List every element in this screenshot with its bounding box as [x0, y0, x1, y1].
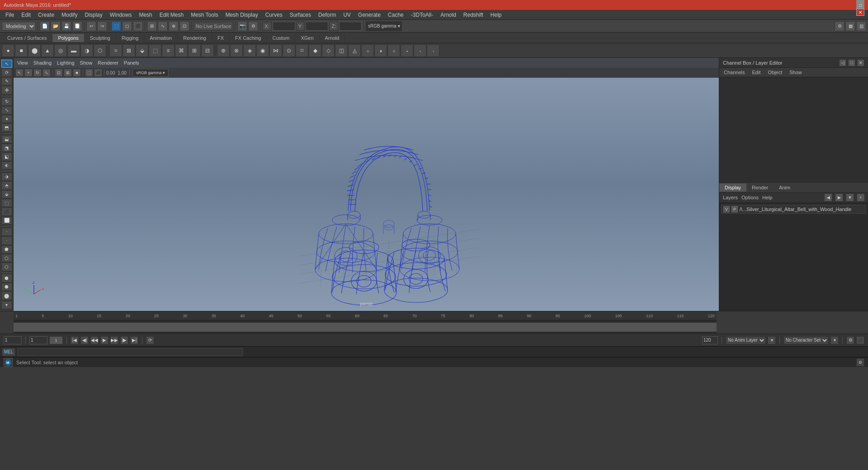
artisan-lt[interactable]: ⬕ [1, 152, 12, 160]
layer-arrow-right[interactable]: ▶ [835, 194, 843, 201]
mode-select[interactable]: Modeling [2, 22, 36, 31]
maximize-button[interactable]: □ [856, 1, 864, 9]
display-lt[interactable]: ⬞ [1, 236, 12, 244]
shelf-btn-21[interactable]: ⋈ [269, 44, 282, 57]
vp-wire-btn[interactable]: ⊞ [64, 69, 72, 77]
layer-visibility[interactable]: V [723, 206, 730, 212]
shelf-btn-22[interactable]: ⊙ [283, 44, 295, 57]
view-menu[interactable]: View [15, 60, 30, 66]
current-frame-input[interactable] [29, 336, 47, 344]
menu-cache[interactable]: Cache [384, 11, 407, 19]
vp-frame-all-btn[interactable]: ⬚ [85, 69, 93, 77]
scale-tool-lt[interactable]: ⤡ [1, 106, 12, 114]
shelf-btn-9[interactable]: ⌗ [109, 44, 122, 57]
paint-effects-lt[interactable]: ⬔ [1, 144, 12, 152]
shelf-btn-32[interactable]: ⬪ [414, 44, 426, 57]
misc3-lt[interactable]: ⬤ [1, 291, 12, 300]
layer-down[interactable]: ▼ [846, 194, 854, 201]
shelf-btn-3[interactable]: ⬤ [28, 44, 41, 57]
universal-manip-lt[interactable]: ✦ [1, 115, 12, 123]
bottom-lt[interactable]: ▾ [1, 301, 12, 309]
layer-add[interactable]: + [857, 194, 864, 201]
shelf-btn-5[interactable]: ◎ [54, 44, 67, 57]
tab-rigging[interactable]: Rigging [116, 34, 144, 42]
lasso-select-button[interactable]: ◻ [122, 21, 132, 31]
menu-uv[interactable]: UV [340, 11, 354, 19]
mel-button[interactable]: MEL [2, 348, 15, 356]
tab-curves-surfaces[interactable]: Curves / Surfaces [2, 34, 52, 42]
shelf-btn-2[interactable]: ■ [15, 44, 28, 57]
shelf-btn-30[interactable]: ⬨ [387, 44, 400, 57]
frame-sel-lt[interactable]: ⬜ [1, 216, 12, 225]
menu-arnold[interactable]: Arnold [437, 11, 460, 19]
snap-point-button[interactable]: ⊕ [169, 21, 179, 31]
timeline-bar[interactable] [14, 320, 717, 334]
go-end-btn[interactable]: ▶| [130, 336, 138, 344]
shelf-btn-18[interactable]: ⊗ [230, 44, 243, 57]
shelf-btn-27[interactable]: ◬ [348, 44, 361, 57]
shaded-lt[interactable]: ⬠ [1, 254, 12, 262]
options-subtab[interactable]: Options [741, 195, 759, 200]
tab-polygons[interactable]: Polygons [52, 34, 84, 42]
anim-layer-btn[interactable]: ▾ [768, 336, 776, 344]
menu-modify[interactable]: Modify [58, 11, 81, 19]
shelf-btn-17[interactable]: ⊕ [217, 44, 230, 57]
cb-close-btn[interactable]: ✕ [857, 59, 864, 66]
renderer-menu[interactable]: Renderer [96, 60, 120, 66]
menu-surfaces[interactable]: Surfaces [286, 11, 315, 19]
cb-float-btn[interactable]: □ [848, 59, 855, 66]
textured-lt[interactable]: ⬡ [1, 263, 12, 271]
snap-surface-button[interactable]: ⊡ [179, 21, 189, 31]
x-input[interactable] [273, 22, 295, 31]
tab-display[interactable]: Display [719, 183, 746, 192]
shelf-btn-7[interactable]: ◑ [80, 44, 93, 57]
layer-arrow-left[interactable]: ◀ [825, 194, 832, 201]
camera-button[interactable]: 📷 [237, 21, 247, 31]
menu-mesh[interactable]: Mesh [135, 11, 156, 19]
layer-lt[interactable]: ⬝ [1, 228, 12, 236]
undo-button[interactable]: ↩ [86, 21, 96, 31]
character-set-select[interactable]: No Character Set [783, 336, 829, 344]
expand-bc-btn[interactable]: ⬛ [856, 336, 864, 344]
step-forward-btn[interactable]: |▶ [120, 336, 128, 344]
shelf-btn-4[interactable]: ▲ [41, 44, 54, 57]
settings-icon[interactable]: ⚙ [835, 21, 844, 31]
move-tool-lt[interactable]: ✜ [1, 86, 12, 94]
vp-frame-sel-btn[interactable]: ⬛ [94, 69, 102, 77]
ipr-lt[interactable]: ⬘ [1, 181, 12, 189]
frame-start-input[interactable] [4, 336, 22, 344]
vp-scale-btn[interactable]: ⤡ [42, 69, 51, 77]
rotate-tool-lt[interactable]: ↻ [1, 97, 12, 105]
shelf-btn-13[interactable]: ≡ [162, 44, 175, 57]
shelf-btn-24[interactable]: ◆ [309, 44, 321, 57]
close-button[interactable]: ✕ [856, 9, 864, 16]
shelf-btn-14[interactable]: ⌘ [175, 44, 188, 57]
snap-to-poly-lt[interactable]: ⬓ [1, 135, 12, 143]
shelf-btn-11[interactable]: ⬙ [136, 44, 148, 57]
menu-create[interactable]: Create [34, 11, 58, 19]
panels-menu[interactable]: Panels [122, 60, 141, 66]
misc2-lt[interactable]: ⬣ [1, 283, 12, 291]
gamma-button[interactable]: sRGB gamma ▾ [366, 21, 402, 31]
snap-grid-button[interactable]: ⊞ [147, 21, 157, 31]
select-tool-lt[interactable]: ↖ [1, 60, 12, 68]
viewport[interactable]: View Shading Lighting Show Renderer Pane… [14, 58, 719, 311]
mel-input[interactable] [17, 348, 243, 356]
frame-all-lt[interactable]: ⬛ [1, 207, 12, 216]
menu-mesh-tools[interactable]: Mesh Tools [187, 11, 222, 19]
layers-subtab[interactable]: Layers [723, 195, 738, 200]
snap-curve-button[interactable]: ∿ [158, 21, 168, 31]
menu-generate[interactable]: Generate [354, 11, 384, 19]
paint-select-button[interactable]: ⬛ [133, 21, 143, 31]
menu-deform[interactable]: Deform [315, 11, 340, 19]
loop-btn[interactable]: ⟳ [146, 336, 154, 344]
status-settings-btn[interactable]: ⚙ [856, 358, 864, 367]
z-input[interactable] [339, 22, 362, 31]
layout2-icon[interactable]: ▥ [856, 21, 866, 31]
render-lt[interactable]: ⬗ [1, 173, 12, 181]
menu-3dtoall[interactable]: -3DToAll- [407, 11, 437, 19]
show-all-lt[interactable]: ⬙ [1, 190, 12, 198]
tab-animation[interactable]: Animation [144, 34, 178, 42]
tab-fx-caching[interactable]: FX Caching [230, 34, 267, 42]
paint-select-lt[interactable]: ✎ [1, 77, 12, 85]
